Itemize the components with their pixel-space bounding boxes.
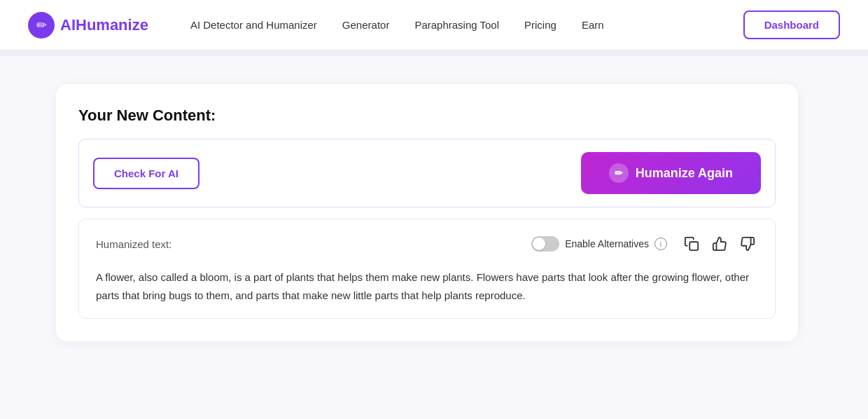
content-title: Your New Content: (78, 107, 776, 125)
info-icon[interactable]: i (654, 238, 667, 250)
logo-icon: ✏ (28, 12, 55, 39)
action-icons (681, 233, 758, 254)
logo-text: AIHumanize (60, 16, 148, 34)
navbar: ✏ AIHumanize AI Detector and Humanizer G… (0, 0, 868, 50)
enable-alternatives-label: Enable Alternatives (565, 238, 649, 249)
button-row: Check For AI ✏ Humanize Again (78, 139, 776, 207)
svg-rect-0 (690, 242, 698, 250)
humanized-text: A flower, also called a bloom, is a part… (96, 268, 758, 304)
enable-alternatives-toggle[interactable] (531, 236, 559, 252)
main-content: Your New Content: Check For AI ✏ Humaniz… (0, 56, 868, 369)
humanized-header: Humanized text: Enable Alternatives i (96, 233, 758, 254)
humanize-again-label: Humanize Again (636, 166, 733, 181)
content-card: Your New Content: Check For AI ✏ Humaniz… (56, 84, 798, 341)
humanized-label: Humanized text: (96, 238, 172, 250)
humanized-panel: Humanized text: Enable Alternatives i (78, 219, 776, 319)
logo[interactable]: ✏ AIHumanize (28, 12, 148, 39)
thumbs-up-button[interactable] (709, 233, 730, 254)
nav-earn[interactable]: Earn (582, 19, 604, 31)
header-controls: Enable Alternatives i (531, 233, 758, 254)
sub-bar (0, 50, 868, 56)
copy-button[interactable] (681, 233, 702, 254)
nav-ai-detector[interactable]: AI Detector and Humanizer (190, 19, 317, 31)
dashboard-button[interactable]: Dashboard (743, 11, 840, 39)
check-for-ai-button[interactable]: Check For AI (93, 158, 200, 189)
nav-paraphrasing-tool[interactable]: Paraphrasing Tool (414, 19, 499, 31)
thumbs-down-button[interactable] (737, 233, 758, 254)
nav-generator[interactable]: Generator (342, 19, 390, 31)
nav-links: AI Detector and Humanizer Generator Para… (190, 19, 743, 31)
humanize-again-button[interactable]: ✏ Humanize Again (581, 152, 761, 194)
toggle-area: Enable Alternatives i (531, 236, 667, 252)
nav-pricing[interactable]: Pricing (524, 19, 556, 31)
humanize-again-icon: ✏ (609, 163, 629, 183)
